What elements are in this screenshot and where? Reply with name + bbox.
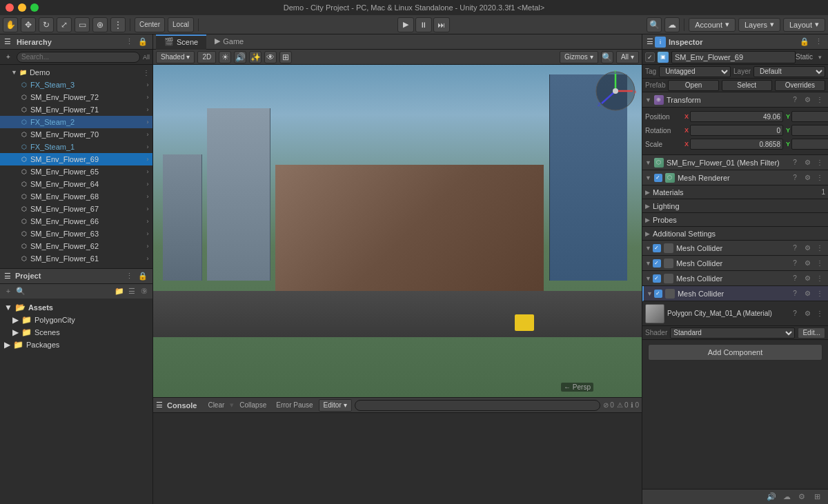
shaded-dropdown[interactable]: Shaded ▾	[156, 51, 195, 63]
list-item[interactable]: ⬡ SM_Env_Flower_65 ›	[0, 165, 152, 178]
fx-toggle[interactable]: ✨	[249, 51, 262, 63]
collider4-more-icon[interactable]: ⋮	[814, 288, 825, 299]
shader-edit-button[interactable]: Edit...	[798, 327, 825, 339]
scale-y-input[interactable]	[791, 139, 828, 150]
mesh-filter-more-icon[interactable]: ⋮	[814, 157, 825, 168]
list-item-flower69[interactable]: ⬡ SM_Env_Flower_69 ›	[0, 153, 152, 165]
console-error-pause-button[interactable]: Error Pause	[272, 399, 317, 412]
static-arrow-icon[interactable]: ▾	[814, 52, 825, 63]
move-tool-btn[interactable]: ✥	[21, 17, 36, 32]
transform-help-icon[interactable]: ?	[789, 94, 800, 105]
status-icon-2[interactable]: ☁	[781, 492, 792, 503]
scene-view[interactable]: X Y Z ← Persp	[153, 65, 642, 397]
window-controls[interactable]	[0, 3, 39, 12]
mesh-renderer-settings-icon[interactable]: ⚙	[802, 172, 813, 183]
scale-tool-btn[interactable]: ⤢	[57, 17, 72, 32]
project-filter-icon[interactable]: ☰	[126, 285, 137, 296]
mesh-filter-help-icon[interactable]: ?	[789, 157, 800, 168]
add-component-button[interactable]: Add Component	[648, 344, 822, 361]
transform-tool-btn[interactable]: ⊕	[92, 17, 108, 32]
project-folder2-icon[interactable]: 📁	[114, 285, 125, 296]
gizmos-dropdown[interactable]: Gizmos ▾	[560, 51, 598, 63]
mesh-renderer-more-icon[interactable]: ⋮	[814, 172, 825, 183]
inspector-more-icon[interactable]: ⋮	[813, 37, 824, 48]
tag-select[interactable]: Untagged	[659, 66, 731, 77]
collider2-help-icon[interactable]: ?	[789, 258, 800, 269]
materials-section[interactable]: ▶ Materials 1	[642, 185, 828, 199]
console-editor-dropdown[interactable]: Editor ▾	[319, 399, 352, 412]
collider4-check[interactable]: ✓	[654, 290, 662, 298]
mesh-renderer-check[interactable]: ✓	[654, 174, 662, 182]
tab-game[interactable]: ▶ Game	[206, 34, 252, 50]
collider3-more-icon[interactable]: ⋮	[814, 273, 825, 284]
mesh-filter-header[interactable]: ▼ ⬡ SM_Env_Flower_01 (Mesh Filter) ? ⚙ ⋮	[642, 155, 828, 170]
minimize-button[interactable]	[18, 3, 26, 12]
list-item[interactable]: ⬡ SM_Env_Flower_67 ›	[0, 203, 152, 215]
project-add-icon[interactable]: +	[3, 285, 14, 296]
project-search-icon[interactable]: 🔍	[15, 285, 26, 296]
mesh-renderer-header[interactable]: ▼ ✓ ⬡ Mesh Renderer ? ⚙ ⋮	[642, 170, 828, 185]
inspector-lock-icon[interactable]: 🔒	[799, 37, 810, 48]
list-item[interactable]: ⬡ SM_Env_Flower_70 ›	[0, 128, 152, 141]
list-item[interactable]: ⬡ SM_Env_Flower_62 ›	[0, 240, 152, 252]
collider3-settings-icon[interactable]: ⚙	[802, 273, 813, 284]
layer-select[interactable]: Default	[753, 66, 825, 77]
scale-x-input[interactable]	[690, 139, 783, 150]
2d-button[interactable]: 2D	[197, 51, 216, 63]
project-more-icon[interactable]: ⋮	[124, 270, 135, 281]
hand-tool-btn[interactable]: ✋	[3, 17, 18, 32]
transform-more-icon[interactable]: ⋮	[814, 94, 825, 105]
collider2-more-icon[interactable]: ⋮	[814, 258, 825, 269]
list-item[interactable]: ⬡ SM_Env_Flower_68 ›	[0, 190, 152, 203]
collider3-check[interactable]: ✓	[653, 274, 661, 283]
material-more-icon[interactable]: ⋮	[814, 308, 825, 319]
mesh-renderer-help-icon[interactable]: ?	[789, 172, 800, 183]
status-icon-4[interactable]: ⊞	[811, 492, 822, 503]
grid-toggle[interactable]: ⊞	[279, 51, 292, 63]
material-settings-icon[interactable]: ⚙	[802, 308, 813, 319]
list-item-fx-steam2[interactable]: ⬡ FX_Steam_2 ›	[0, 116, 152, 128]
rotation-y-input[interactable]	[791, 125, 828, 136]
project-scenes-folder[interactable]: ▶ 📁 Scenes	[1, 326, 151, 339]
lighting-section[interactable]: ▶ Lighting	[642, 199, 828, 213]
project-assets-folder[interactable]: ▼ 📂 Assets	[1, 301, 151, 314]
prefab-overrides-button[interactable]: Overrides	[775, 80, 825, 91]
cloud-icon[interactable]: ☁	[664, 17, 680, 32]
collider1-check[interactable]: ✓	[653, 244, 661, 252]
console-collapse-button[interactable]: Collapse	[235, 399, 270, 412]
object-active-checkbox[interactable]: ✓	[645, 52, 655, 62]
hidden-toggle[interactable]: 👁	[264, 51, 277, 63]
search-icon[interactable]: 🔍	[647, 17, 662, 32]
list-item[interactable]: ⬡ FX_Steam_1 ›	[0, 141, 152, 153]
pause-button[interactable]: ⏸	[415, 17, 432, 32]
collider1-settings-icon[interactable]: ⚙	[802, 243, 813, 254]
layout-dropdown[interactable]: Layout ▾	[783, 18, 825, 32]
project-polygoncity-folder[interactable]: ▶ 📁 PolygonCity	[1, 314, 151, 326]
demo-dots-icon[interactable]: ⋮	[143, 69, 150, 77]
list-item[interactable]: ⬡ FX_Steam_3 ›	[0, 79, 152, 91]
collider2-check[interactable]: ✓	[653, 259, 661, 268]
maximize-button[interactable]	[30, 3, 39, 12]
list-item[interactable]: ⬡ SM_Env_Flower_61 ›	[0, 252, 152, 265]
project-lock-icon[interactable]: 🔒	[137, 270, 148, 281]
prefab-select-button[interactable]: Select	[722, 80, 772, 91]
object-name-input[interactable]	[671, 51, 796, 63]
list-item[interactable]: ⬡ SM_Env_Flower_64 ›	[0, 178, 152, 190]
list-item[interactable]: ⬡ SM_Env_Flower_72 ›	[0, 91, 152, 103]
custom-tool-btn[interactable]: ⋮	[110, 17, 126, 32]
center-button[interactable]: Center	[135, 17, 165, 32]
collider1-help-icon[interactable]: ?	[789, 243, 800, 254]
transform-settings-icon[interactable]: ⚙	[802, 94, 813, 105]
rotation-x-input[interactable]	[690, 125, 783, 136]
probes-section[interactable]: ▶ Probes	[642, 213, 828, 227]
status-icon-1[interactable]: 🔊	[766, 492, 777, 503]
mesh-filter-settings-icon[interactable]: ⚙	[802, 157, 813, 168]
layers-dropdown[interactable]: Layers ▾	[738, 18, 780, 32]
list-item[interactable]: ⬡ SM_Env_Flower_60 ›	[0, 265, 152, 268]
console-clear-button[interactable]: Clear	[204, 399, 228, 412]
list-item[interactable]: ⬡ SM_Env_Flower_66 ›	[0, 215, 152, 228]
hierarchy-item-demo[interactable]: ▼ 📁 Demo ⋮	[0, 66, 152, 79]
collider4-settings-icon[interactable]: ⚙	[802, 288, 813, 299]
position-x-input[interactable]	[690, 111, 783, 122]
collider1-more-icon[interactable]: ⋮	[814, 243, 825, 254]
